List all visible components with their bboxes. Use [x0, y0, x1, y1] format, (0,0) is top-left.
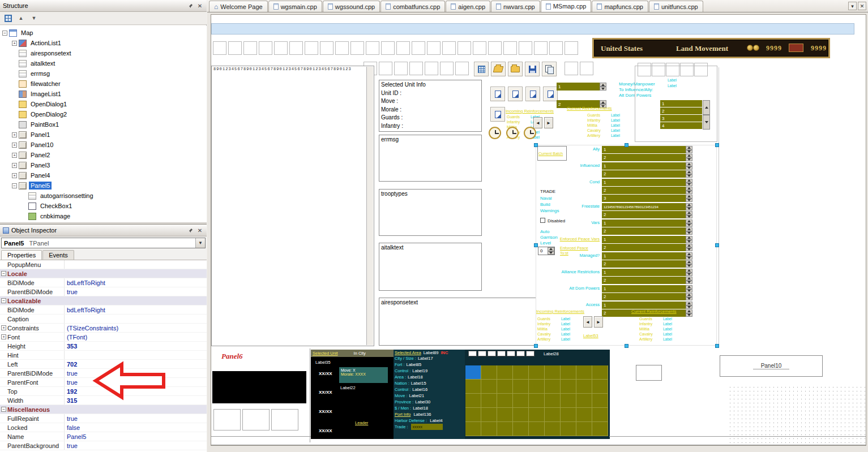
map-grid-cell[interactable]	[465, 408, 481, 422]
leader-link[interactable]: Leader	[355, 420, 368, 425]
tree-expand-toggle[interactable]: +	[12, 41, 17, 46]
editor-tab-mapfuncs-cpp[interactable]: mapfuncs.cpp	[592, 1, 648, 12]
map-grid-cell[interactable]	[576, 394, 592, 408]
editor-tab-nwvars-cpp[interactable]: nwvars.cpp	[491, 1, 540, 12]
label53-link[interactable]: Label53	[583, 333, 598, 338]
spin-edit[interactable]: 1	[602, 179, 692, 186]
structure-tree-item-panel1[interactable]: +Panel1	[0, 130, 207, 140]
map-grid-cell[interactable]	[576, 365, 592, 380]
spin-down-button[interactable]	[686, 183, 692, 187]
spin-down-button[interactable]	[686, 191, 692, 195]
property-value[interactable]: false	[64, 423, 207, 432]
inspector-row-locale[interactable]: −Locale	[0, 269, 207, 278]
structure-tree-item-actionlist1[interactable]: +ActionList1	[0, 38, 207, 48]
selection-handle[interactable]	[625, 344, 628, 348]
selection-handle[interactable]	[625, 143, 628, 147]
panel5-surface[interactable]: Current Batch Ally12Influenced12Cond123F…	[536, 145, 717, 346]
spin-down-button[interactable]	[686, 273, 692, 277]
map-grid-cell[interactable]	[592, 394, 608, 408]
move-down-button[interactable]: ▼	[28, 13, 40, 24]
editor-tab-wgssound-cpp[interactable]: wgssound.cpp	[323, 1, 380, 12]
checkbox-icon[interactable]	[540, 218, 545, 223]
spin-down-button[interactable]	[686, 297, 692, 301]
map-grid-cell[interactable]	[481, 422, 497, 436]
spin-down-button[interactable]	[686, 150, 692, 154]
property-value[interactable]: true	[64, 287, 207, 296]
map-grid-cell[interactable]	[529, 365, 545, 380]
current-reinforcements-link-top[interactable]: Current Reinforcements	[567, 106, 612, 111]
spin-down-button[interactable]	[686, 264, 692, 268]
copy-button[interactable]	[542, 62, 557, 76]
inspector-row-parentbidimode[interactable]: ParentBiDiModetrue	[0, 287, 207, 296]
close-icon[interactable]: ✕	[196, 2, 204, 10]
map-grid-cell[interactable]	[545, 380, 561, 394]
memo-aitalktext[interactable]: aitalktext	[379, 243, 482, 291]
map-grid-cell[interactable]	[545, 394, 561, 408]
expand-toggle[interactable]: −	[1, 271, 6, 276]
map-grid-cell[interactable]	[529, 422, 545, 436]
batch-row[interactable]: 3	[660, 115, 702, 122]
map-grid-cell[interactable]	[561, 408, 576, 422]
property-value[interactable]	[64, 260, 207, 269]
spin-down-button[interactable]	[703, 115, 710, 130]
spin-edit[interactable]: 12345678901234567890123451234	[602, 203, 692, 210]
doc-button[interactable]	[490, 87, 505, 101]
spin-edit[interactable]: 2	[602, 154, 692, 161]
map-grid-cell[interactable]	[592, 422, 608, 436]
inspector-row-parentbackground[interactable]: ParentBackgroundtrue	[0, 441, 207, 450]
property-value[interactable]: true	[64, 441, 207, 450]
structure-tree-item-panel3[interactable]: +Panel3	[0, 160, 207, 170]
inspector-tab-events[interactable]: Events	[42, 250, 74, 260]
structure-tree-item-checkbox1[interactable]: CheckBox1	[0, 201, 207, 211]
property-value[interactable]: (TFont)	[64, 333, 207, 341]
chevron-down-icon[interactable]: ▼	[195, 238, 205, 248]
tile-button[interactable]	[474, 62, 489, 76]
spin-up-button[interactable]	[703, 100, 710, 115]
spin-edit[interactable]: 2	[602, 277, 692, 284]
inspector-row-caption[interactable]: Caption	[0, 315, 207, 324]
property-value[interactable]: bdLeftToRight	[64, 278, 207, 287]
map-grid-cell[interactable]	[481, 365, 497, 380]
spin-down-button[interactable]	[686, 199, 692, 203]
spin-edit[interactable]: 1	[602, 236, 692, 243]
map-grid-cell[interactable]	[561, 380, 576, 394]
inspector-row-bidimode[interactable]: BiDiModebdLeftToRight	[0, 305, 207, 315]
form-canvas[interactable]: United States Land Movement 9999 9999 89…	[211, 14, 866, 446]
clock-icon[interactable]	[506, 127, 519, 139]
structure-tree-item-opendialog2[interactable]: OpenDialog2	[0, 109, 207, 119]
doc-button[interactable]	[525, 87, 540, 101]
structure-tree-item-opendialog1[interactable]: OpenDialog1	[0, 99, 207, 109]
spin-edit[interactable]: 2	[602, 293, 692, 300]
map-grid-cell[interactable]	[545, 365, 561, 380]
property-value[interactable]	[64, 351, 207, 359]
current-reinforcements-link[interactable]: Current Reinforcements	[631, 309, 677, 314]
close-icon[interactable]: ✕	[196, 226, 204, 234]
map-grid-cell[interactable]	[592, 408, 608, 422]
panel10-surface[interactable]: Panel10	[720, 355, 823, 377]
map-grid-cell[interactable]	[513, 380, 529, 394]
map-scrollbar[interactable]	[366, 67, 373, 345]
property-value[interactable]	[41, 296, 207, 305]
spin-down-button[interactable]	[548, 251, 554, 255]
structure-tree-item-cnbkimage[interactable]: cnbkimage	[0, 211, 207, 221]
folder-button[interactable]	[508, 62, 523, 76]
map-grid-cell[interactable]	[465, 422, 481, 436]
move-up-button[interactable]: ▲	[15, 13, 27, 24]
map-grid-cell[interactable]	[592, 380, 608, 394]
inspector-row-fullrepaint[interactable]: FullRepainttrue	[0, 414, 207, 423]
structure-tree-item-imagelist1[interactable]: ImageList1	[0, 89, 207, 99]
clock-icon[interactable]	[489, 127, 501, 139]
selection-handle[interactable]	[715, 243, 719, 247]
incoming-reinforcements-link[interactable]: Incoming Reinforcements	[536, 309, 584, 314]
editor-tab-aigen-cpp[interactable]: aigen.cpp	[446, 1, 490, 12]
inspector-row-bidimode[interactable]: BiDiModebdLeftToRight	[0, 278, 207, 287]
map-grid-cell[interactable]	[576, 422, 592, 436]
structure-tree-item-map[interactable]: −Map	[0, 28, 207, 38]
selected-unit-link[interactable]: Selected Unit	[313, 351, 338, 356]
tab-close-button[interactable]: ✕	[858, 2, 866, 10]
structure-tree-item-filewatcher[interactable]: filewatcher	[0, 79, 207, 89]
spin-down-button[interactable]	[686, 207, 692, 211]
structure-tree-item-autogarrisonsetting[interactable]: autogarrisonsetting	[0, 191, 207, 201]
map-grid-cell[interactable]	[545, 422, 561, 436]
map-grid-cell[interactable]	[497, 422, 513, 436]
